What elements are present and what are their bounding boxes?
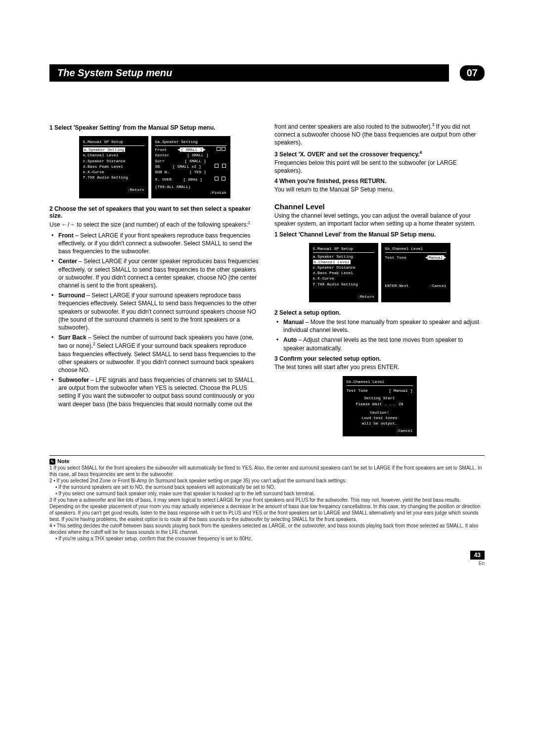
- step-4-heading: 4 When you're finished, press RETURN.: [274, 178, 485, 185]
- list-item: Auto – Adjust channel levels as the test…: [283, 336, 485, 352]
- osd-value: [ SMALL x2 ]: [173, 164, 201, 169]
- right-column: front and center speakers are also route…: [274, 121, 485, 443]
- osd-item: d.Bass Peak Level: [313, 270, 374, 276]
- footnote-4b: • If you're using a THX speaker setup, c…: [49, 535, 485, 542]
- osd-label: Test Tone: [347, 388, 368, 393]
- osd-label: Front: [155, 147, 167, 152]
- osd-label: SB: [155, 164, 160, 169]
- list-item: Center – Select LARGE if your center spe…: [58, 257, 260, 289]
- osd-value: Manual: [428, 255, 444, 260]
- list-item: Manual – Move the test tone manually fro…: [283, 318, 485, 334]
- osd-item: e.X-Curve: [83, 169, 144, 175]
- osd-test-tone: 5b.Channel Level Test Tone [ Manual ] Se…: [343, 376, 417, 437]
- channel-level-heading: Channel Level: [274, 202, 485, 211]
- osd-value: [ SMALL ]: [184, 158, 206, 164]
- osd-test-tone-wrap: 5b.Channel Level Test Tone [ Manual ] Se…: [274, 376, 485, 437]
- osd-title: 5.Manual SP Setup: [83, 139, 144, 146]
- osd-item-selected: a.Speaker Setting: [83, 147, 126, 152]
- osd-title: 5b.Channel Level: [347, 379, 413, 386]
- osd-item: c.Speaker Distance: [313, 265, 374, 270]
- osd-value: [ SMALL ]: [180, 147, 203, 152]
- footnote-ref: 4: [420, 150, 422, 155]
- osd-line: Setting Start: [347, 395, 413, 401]
- osd-footer-right: :Cancel: [430, 283, 446, 288]
- chapter-number: 07: [460, 65, 485, 81]
- list-item: Surr Back – Select the number of surroun…: [58, 333, 260, 374]
- osd-thx: (THX:ALL SMALL): [155, 184, 226, 189]
- step-1-heading: 1 Select 'Speaker Setting' from the Manu…: [49, 124, 260, 131]
- step-3-heading: 3 Select 'X. OVER' and set the crossover…: [274, 150, 485, 158]
- osd-title: 5.Manual SP Setup: [313, 246, 374, 253]
- osd-label: Test Tone: [385, 255, 406, 260]
- ch-step-3-heading: 3 Confirm your selected setup option.: [274, 355, 485, 362]
- footnote-2c: • If you select one surround back speake…: [49, 490, 485, 497]
- osd-line: Loud test tones: [347, 415, 413, 421]
- osd-item: f.THX Audio Setting: [313, 282, 374, 287]
- osd-item: c.Speaker Distance: [83, 158, 144, 164]
- header-bar: The System Setup menu 07: [49, 64, 485, 82]
- note-icon: ✎: [49, 459, 55, 465]
- chapter-title: The System Setup menu: [49, 64, 449, 82]
- osd-title: 5a.Speaker Setting: [155, 139, 226, 146]
- speaker-list: Front – Select LARGE if your front speak…: [49, 232, 260, 408]
- arrow-right-icon: →: [69, 221, 75, 228]
- step-2-body: Use ←/→ to select the size (and number) …: [49, 220, 260, 229]
- osd-footer: :Cancel: [347, 428, 413, 433]
- setup-option-list: Manual – Move the test tone manually fro…: [274, 318, 485, 352]
- osd-manual-sp-setup-2: 5.Manual SP Setup a.Speaker Setting b.Ch…: [309, 243, 378, 303]
- osd-value: [ SMALL ]: [187, 152, 208, 158]
- osd-item: d.Bass Peak Level: [83, 164, 144, 169]
- osd-value: [ 80Hz ]: [183, 177, 202, 182]
- osd-footer-left: ENTER:Next: [385, 283, 409, 288]
- ch-step-2-heading: 2 Select a setup option.: [274, 309, 485, 316]
- ch-step-3-body: The test tones will start after you pres…: [274, 363, 485, 371]
- footnote-3: 3 If you have a subwoofer and like lots …: [49, 497, 485, 522]
- step-4-body: You will return to the Manual SP Setup m…: [274, 186, 485, 193]
- arrow-left-icon: ←: [62, 221, 68, 228]
- osd-value: [ Manual ]: [389, 388, 412, 393]
- note-label: Note: [57, 458, 69, 464]
- page-number: 43: [470, 551, 485, 560]
- footnotes: 1 If you select SMALL for the front spea…: [49, 465, 485, 542]
- osd-line: will be output.: [347, 421, 413, 426]
- osd-speaker-setting: 5a.Speaker Setting Front◄[ SMALL ]► Cent…: [151, 136, 230, 198]
- page-language: En: [479, 561, 485, 566]
- note-header: ✎Note: [49, 458, 485, 465]
- osd-line: Caution!: [347, 410, 413, 415]
- channel-level-intro: Using the channel level settings, you ca…: [274, 212, 485, 228]
- osd-label: Center: [155, 152, 170, 158]
- content-columns: 1 Select 'Speaker Setting' from the Manu…: [49, 121, 485, 443]
- step-2-heading: 2 Choose the set of speakers that you wa…: [49, 205, 260, 219]
- manual-page: The System Setup menu 07 1 Select 'Speak…: [0, 0, 534, 586]
- osd-channel-level: 5b.Channel Level Test Tone ◄Manual► ENTE…: [381, 243, 450, 303]
- osd-footer: :Return: [313, 294, 374, 299]
- footnote-2b: • If the surround speakers are set to NO…: [49, 484, 485, 490]
- list-item: Front – Select LARGE if your front speak…: [58, 232, 260, 256]
- osd-line: Please Wait . . . 20: [347, 401, 413, 407]
- list-item: Surround – Select LARGE if your surround…: [58, 291, 260, 331]
- osd-label: X. OVER: [155, 177, 172, 182]
- footnote-1: 1 If you select SMALL for the front spea…: [49, 465, 485, 477]
- osd-item: f.THX Audio Setting: [83, 175, 144, 180]
- list-item: Subwoofer – LFE signals and bass frequen…: [58, 376, 260, 408]
- left-column: 1 Select 'Speaker Setting' from the Manu…: [49, 121, 260, 443]
- step-3-body: Frequencies below this point will be sen…: [274, 159, 485, 175]
- footnote-2a: 2 • If you selected 2nd Zone or Front Bi…: [49, 477, 485, 484]
- osd-pair-speaker-setting: 5.Manual SP Setup a.Speaker Setting b.Ch…: [49, 136, 260, 198]
- osd-title: 5b.Channel Level: [385, 246, 446, 253]
- osd-label: SUB W.: [155, 169, 170, 175]
- osd-label: Surr: [155, 158, 165, 164]
- osd-item-selected: b.Channel Level: [313, 260, 351, 264]
- continuation-text: front and center speakers are also route…: [274, 122, 485, 147]
- footnote-ref: 1: [248, 220, 251, 225]
- osd-footer: :Return: [83, 187, 144, 192]
- ch-step-1-heading: 1 Select 'Channel Level' from the Manual…: [274, 231, 485, 238]
- note-divider: [49, 455, 485, 456]
- osd-value: [ YES ]: [189, 169, 206, 175]
- osd-footer: :Finish: [155, 190, 226, 195]
- osd-pair-channel-level: 5.Manual SP Setup a.Speaker Setting b.Ch…: [274, 243, 485, 303]
- osd-item: e.X-Curve: [313, 276, 374, 281]
- osd-item: b.Channel Level: [83, 152, 144, 158]
- osd-item: a.Speaker Setting: [313, 254, 374, 259]
- footnote-4a: 4 • This setting decides the cutoff betw…: [49, 522, 485, 535]
